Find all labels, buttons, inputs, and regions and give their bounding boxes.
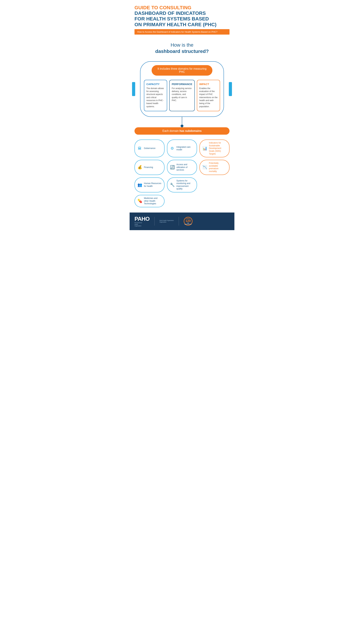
connector-dot: [180, 124, 184, 127]
who-line2: Organization: [160, 222, 166, 223]
monitoring-icon: 🔧: [170, 183, 175, 187]
title-line1: GUIDE TO CONSULTING: [134, 5, 192, 10]
footer-anniversary: PAHC 120 th ANNIVERSARY: [184, 217, 192, 226]
access-icon: 🔄: [170, 165, 175, 170]
anniversary-number: 120: [186, 219, 191, 222]
title-line3: FOR HEALTH SYSTEMS BASED: [134, 16, 209, 22]
who-line1: World Health Organization: [160, 220, 174, 221]
integrated-care-icon: ⚙: [170, 146, 175, 151]
mortality-label: Potentially avoidable premature mortalit…: [209, 162, 227, 173]
subdomain-access: 🔄 Access and utilization of services: [167, 160, 197, 175]
subdomain-hr: 👥 Human Resources for health: [134, 178, 164, 192]
domains-inner: It includes three domains for measuring …: [135, 61, 229, 117]
paho-line1: Pan American: [134, 222, 142, 223]
anniversary-suffix: th: [188, 222, 189, 224]
capacity-title: CAPACITY: [146, 82, 165, 86]
hr-label: Human Resources for health: [144, 182, 162, 188]
domain-card-performance: PERFORMANCE For analyzing service delive…: [169, 80, 195, 112]
subdomain-mortality: 📉 Potentially avoidable premature mortal…: [200, 160, 230, 175]
monitoring-label: Systems for monitoring and improvement q…: [176, 180, 194, 190]
domains-outer: It includes three domains for measuring …: [130, 61, 234, 117]
subdomain-financing: 💰 Financing: [134, 160, 164, 175]
capacity-text: The domain allows for assessing structur…: [146, 87, 165, 108]
domain-card-impact: IMPACT Enables the evaluation of the imp…: [197, 80, 220, 112]
empty-cell-2: [167, 195, 197, 207]
footer: PAHO Pan American Health Organization Wo…: [130, 212, 234, 230]
paho-logo: PAHO: [134, 216, 150, 222]
main-title: GUIDE TO CONSULTING DASHBOARD OF INDICAT…: [134, 5, 230, 28]
mortality-icon: 📉: [202, 165, 207, 170]
subdomain-medicines: 💊 Medicines and other Health Technologie…: [134, 195, 164, 207]
blue-tab-left: [132, 82, 135, 96]
anniversary-circle: PAHC 120 th ANNIVERSARY: [184, 217, 192, 226]
subdomain-monitoring: 🔧 Systems for monitoring and improvement…: [167, 178, 197, 192]
subdomain-integrated-care: ⚙ Integrated care model: [167, 140, 197, 157]
domains-header-pill: It includes three domains for measuring …: [152, 65, 212, 76]
empty-cell-3: [200, 195, 230, 207]
paho-subtitle: Pan American Health Organization: [134, 222, 142, 227]
gobernance-icon: 🏛: [137, 146, 142, 151]
connector-line: [182, 117, 182, 124]
financing-icon: 💰: [137, 165, 142, 170]
title-line2: DASHBOARD OF INDICATORS: [134, 10, 206, 16]
domains-intro-text: It includes three domains for measuring …: [158, 67, 206, 73]
three-domains: CAPACITY The domain allows for assessing…: [144, 80, 220, 112]
paho-line2: Health: [134, 224, 138, 225]
access-banner: How to Access the Dashboard of Indicator…: [134, 29, 230, 34]
paho-line3: Organization: [134, 225, 142, 226]
impact-title: IMPACT: [199, 82, 218, 86]
title-line4: ON PRIMARY HEALTH CARE (PHC): [134, 22, 216, 27]
subdomain-gobernance: 🏛 Gobernance: [134, 140, 164, 157]
anniversary-label: ANNIVERSARY: [184, 224, 192, 225]
subdomains-grid: 🏛 Gobernance ⚙ Integrated care model 📊 I…: [134, 140, 230, 207]
structure-title: How is the dashboard structured?: [134, 42, 230, 55]
domains-wrapper: It includes three domains for measuring …: [140, 61, 224, 117]
empty-cell-1: [200, 178, 230, 192]
subdomains-label: Each domain: [162, 130, 180, 132]
integrated-care-label: Integrated care model: [176, 146, 194, 151]
domains-header-pill-wrap: It includes three domains for measuring …: [144, 65, 220, 80]
sdg-icon: 📊: [202, 146, 207, 151]
subdomain-sdg: 📊 Indicators for Sustainable Development…: [200, 140, 230, 157]
performance-title: PERFORMANCE: [172, 82, 192, 86]
header: GUIDE TO CONSULTING DASHBOARD OF INDICAT…: [130, 0, 234, 37]
structure-main-title: dashboard structured?: [155, 48, 209, 54]
domain-card-capacity: CAPACITY The domain allows for assessing…: [144, 80, 167, 112]
subdomains-pill: Each domain has subdomains: [134, 127, 230, 135]
financing-label: Financing: [144, 166, 153, 169]
sdg-label: Indicators for Sustainable Development G…: [209, 142, 227, 155]
subdomains-label-bold: has subdomains: [180, 130, 202, 132]
blue-tab-right: [229, 82, 232, 96]
gobernance-label: Gobernance: [144, 147, 156, 150]
medicines-label: Medicines and other Health Technologies: [144, 197, 162, 205]
access-label: Access and utilization of services: [176, 163, 194, 172]
connector: [130, 117, 234, 127]
footer-who: World Health Organization Organization: [160, 220, 174, 223]
impact-text: Enables the evaluation of the impact of …: [199, 87, 218, 108]
structure-section: How is the dashboard structured?: [130, 37, 234, 56]
footer-paho: PAHO Pan American Health Organization: [134, 216, 150, 227]
banner-text: How to Access the Dashboard of Indicator…: [137, 30, 218, 33]
hr-icon: 👥: [137, 183, 142, 187]
performance-text: For analyzing service delivery, access c…: [172, 87, 192, 102]
structure-subtitle: How is the: [171, 42, 194, 48]
medicines-icon: 💊: [137, 199, 142, 203]
